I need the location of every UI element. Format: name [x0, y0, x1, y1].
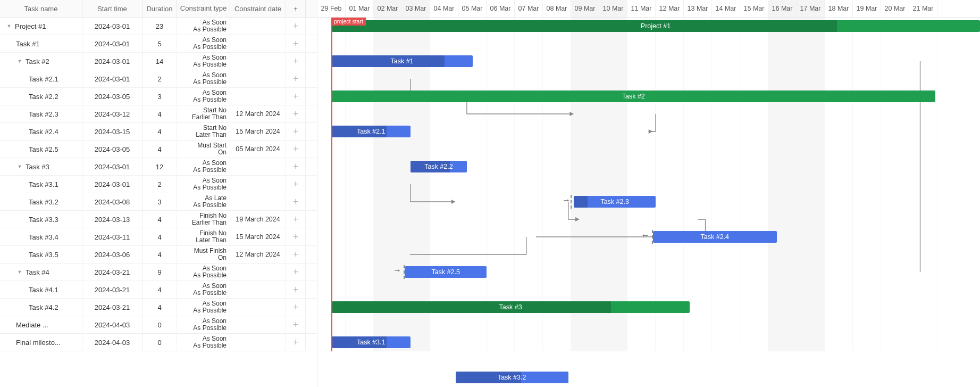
cell-constraint-date[interactable]: [230, 70, 286, 87]
cell-constraint-date[interactable]: 05 March 2024: [230, 141, 286, 158]
cell-start[interactable]: 2024-03-13: [82, 211, 143, 228]
cell-constraint-date[interactable]: 12 March 2024: [230, 246, 286, 263]
cell-constraint-type[interactable]: As SoonAs Possible: [177, 281, 230, 298]
timeline-row[interactable]: Task #2.1: [317, 123, 980, 141]
cell-constraint-date[interactable]: [230, 299, 286, 316]
cell-constraint-date[interactable]: [230, 264, 286, 281]
cell-constraint-date[interactable]: [230, 176, 286, 193]
cell-constraint-date[interactable]: [230, 193, 286, 210]
table-row[interactable]: Task #12024-03-015As SoonAs Possible+: [0, 35, 317, 53]
cell-constraint-type[interactable]: As SoonAs Possible: [177, 299, 230, 316]
gantt-task-bar[interactable]: Task #2.3: [574, 196, 656, 208]
gantt-task-bar[interactable]: Task #2.2: [411, 161, 467, 172]
cell-constraint-type[interactable]: As SoonAs Possible: [177, 88, 230, 105]
gantt-task-bar[interactable]: Task #2.1: [332, 126, 411, 137]
cell-constraint-type[interactable]: As SoonAs Possible: [177, 53, 230, 70]
table-row[interactable]: Task #4.22024-03-214As SoonAs Possible+: [0, 299, 317, 316]
gantt-task-bar[interactable]: Task #3.1: [332, 336, 411, 348]
table-row[interactable]: Task #2.52024-03-054Must StartOn05 March…: [0, 141, 317, 158]
cell-task-name[interactable]: ▼Task #2: [0, 53, 82, 70]
add-column-icon[interactable]: +: [286, 0, 306, 17]
cell-constraint-type[interactable]: Finish NoEarlier Than: [177, 211, 230, 228]
expand-icon[interactable]: ▼: [5, 23, 13, 29]
cell-duration[interactable]: 4: [143, 228, 177, 245]
cell-task-name[interactable]: Task #2.3: [0, 105, 82, 122]
cell-task-name[interactable]: Task #3.3: [0, 211, 82, 228]
add-task-icon[interactable]: +: [286, 88, 306, 105]
gantt-task-bar[interactable]: Task #3.2: [456, 372, 568, 383]
cell-start[interactable]: 2024-03-11: [82, 228, 143, 245]
cell-task-name[interactable]: Mediate ...: [0, 316, 82, 333]
cell-constraint-type[interactable]: As SoonAs Possible: [177, 35, 230, 52]
cell-start[interactable]: 2024-03-01: [82, 53, 143, 70]
gantt-summary-bar[interactable]: Task #2: [332, 90, 936, 102]
timeline-row[interactable]: Task #2.4←: [317, 228, 980, 246]
gantt-task-bar[interactable]: Task #2.4: [653, 231, 777, 243]
timeline-row[interactable]: Task #2: [317, 88, 980, 105]
expand-icon[interactable]: ▼: [16, 269, 23, 275]
timeline-row[interactable]: Task #3: [317, 299, 980, 316]
add-task-icon[interactable]: +: [286, 123, 306, 140]
timeline-row[interactable]: Task #2.2: [317, 158, 980, 176]
table-row[interactable]: Task #4.12024-03-214As SoonAs Possible+: [0, 281, 317, 299]
gantt-summary-bar[interactable]: Task #3: [332, 301, 690, 313]
cell-duration[interactable]: 12: [143, 158, 177, 175]
add-task-icon[interactable]: +: [286, 281, 306, 298]
cell-constraint-date[interactable]: 19 March 2024: [230, 211, 286, 228]
cell-task-name[interactable]: Task #1: [0, 35, 82, 52]
cell-constraint-date[interactable]: 15 March 2024: [230, 228, 286, 245]
add-task-icon[interactable]: +: [286, 211, 306, 228]
add-task-icon[interactable]: +: [286, 246, 306, 263]
cell-start[interactable]: 2024-03-15: [82, 123, 143, 140]
add-task-icon[interactable]: +: [286, 299, 306, 316]
cell-task-name[interactable]: Task #2.1: [0, 70, 82, 87]
cell-start[interactable]: 2024-03-21: [82, 281, 143, 298]
timeline-row[interactable]: Task #2.5→: [317, 264, 980, 281]
cell-constraint-date[interactable]: [230, 88, 286, 105]
table-row[interactable]: ▼Task #42024-03-219As SoonAs Possible+: [0, 264, 317, 281]
cell-duration[interactable]: 4: [143, 299, 177, 316]
cell-constraint-date[interactable]: [230, 281, 286, 298]
col-header-start[interactable]: Start time: [82, 0, 143, 17]
cell-duration[interactable]: 4: [143, 211, 177, 228]
col-header-constraint-type[interactable]: Constraint type: [177, 0, 230, 17]
cell-start[interactable]: 2024-03-06: [82, 246, 143, 263]
cell-constraint-type[interactable]: As SoonAs Possible: [177, 176, 230, 193]
add-task-icon[interactable]: +: [286, 53, 306, 70]
col-header-duration[interactable]: Duration: [143, 0, 177, 17]
cell-constraint-type[interactable]: As SoonAs Possible: [177, 18, 230, 35]
cell-duration[interactable]: 0: [143, 334, 177, 351]
table-row[interactable]: Task #3.12024-03-012As SoonAs Possible+: [0, 176, 317, 193]
cell-constraint-date[interactable]: [230, 334, 286, 351]
timeline-row[interactable]: Task #2.3→: [317, 193, 980, 211]
add-task-icon[interactable]: +: [286, 228, 306, 245]
cell-constraint-date[interactable]: [230, 35, 286, 52]
add-task-icon[interactable]: +: [286, 105, 306, 122]
table-row[interactable]: Task #2.22024-03-053As SoonAs Possible+: [0, 88, 317, 105]
cell-constraint-date[interactable]: [230, 316, 286, 333]
table-row[interactable]: Task #3.32024-03-134Finish NoEarlier Tha…: [0, 211, 317, 228]
cell-start[interactable]: 2024-03-01: [82, 70, 143, 87]
cell-start[interactable]: 2024-03-21: [82, 264, 143, 281]
add-task-icon[interactable]: +: [286, 316, 306, 333]
cell-start[interactable]: 2024-04-03: [82, 334, 143, 351]
cell-duration[interactable]: 0: [143, 316, 177, 333]
cell-task-name[interactable]: Task #3.4: [0, 228, 82, 245]
table-row[interactable]: Task #3.42024-03-114Finish NoLater Than1…: [0, 228, 317, 246]
cell-constraint-date[interactable]: [230, 18, 286, 35]
cell-task-name[interactable]: Task #2.2: [0, 88, 82, 105]
table-row[interactable]: Final milesto...2024-04-030As SoonAs Pos…: [0, 334, 317, 351]
cell-constraint-type[interactable]: Must FinishOn: [177, 246, 230, 263]
timeline-row[interactable]: Task #3.2: [317, 369, 980, 386]
add-task-icon[interactable]: +: [286, 334, 306, 351]
cell-start[interactable]: 2024-03-05: [82, 88, 143, 105]
table-row[interactable]: ▼Project #12024-03-0123As SoonAs Possibl…: [0, 18, 317, 35]
cell-constraint-type[interactable]: Finish NoLater Than: [177, 228, 230, 245]
table-row[interactable]: ▼Task #22024-03-0114As SoonAs Possible+: [0, 53, 317, 70]
cell-task-name[interactable]: ▼Task #3: [0, 158, 82, 175]
cell-task-name[interactable]: Task #2.4: [0, 123, 82, 140]
cell-task-name[interactable]: Task #4.2: [0, 299, 82, 316]
table-row[interactable]: Task #3.22024-03-083As LateAs Possible+: [0, 193, 317, 211]
cell-start[interactable]: 2024-03-21: [82, 299, 143, 316]
cell-task-name[interactable]: Task #2.5: [0, 141, 82, 158]
